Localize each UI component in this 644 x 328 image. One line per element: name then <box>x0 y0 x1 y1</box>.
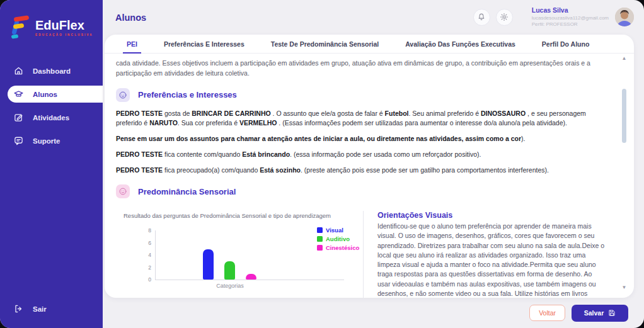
legend-label: Auditivo <box>326 235 350 242</box>
orientacoes-column: Orientações Visuais Identificou-se que o… <box>374 208 607 298</box>
sidebar-item-label: Alunos <box>33 91 57 98</box>
sidebar-item-atividades[interactable]: Atividades <box>0 109 103 126</box>
brand-logo: EduFlex EDUCAÇÃO INCLUSIVA <box>0 0 103 40</box>
sidebar-item-label: Suporte <box>33 137 60 145</box>
voltar-button[interactable]: Voltar <box>529 305 565 321</box>
scroll-up-arrow[interactable]: ▲ <box>621 56 627 61</box>
legend-item: Visual <box>317 227 359 234</box>
home-icon <box>14 66 23 76</box>
legend-item: Auditivo <box>317 235 359 242</box>
pei-paragraph: PEDRO TESTE gosta de BRINCAR DE CARRINHO… <box>116 109 607 129</box>
chat-icon <box>14 136 23 145</box>
edit-icon <box>14 113 23 122</box>
user-role: Perfil: PROFESSOR <box>532 21 609 28</box>
main-area: Alunos Lucas Silva lucasdesouzasilva112@… <box>103 0 644 328</box>
section-preferencias-header: Preferências e Interesses <box>116 88 607 102</box>
save-icon <box>608 309 616 317</box>
user-info[interactable]: Lucas Silva lucasdesouzasilva112@gmail.c… <box>532 6 609 28</box>
sidebar-item-label: Atividades <box>33 114 69 122</box>
chart-bar-cinestésico <box>246 274 256 280</box>
x-axis-label: Categorias <box>192 283 268 289</box>
topbar: Alunos Lucas Silva lucasdesouzasilva112@… <box>103 0 644 35</box>
chart-title: Resultado das perguntas de Predominância… <box>124 212 363 219</box>
bell-icon <box>477 13 486 21</box>
y-axis-tick-label: 6 <box>124 240 151 246</box>
x-axis-line <box>155 280 344 280</box>
chart-bar-auditivo <box>224 261 235 280</box>
gear-icon <box>500 13 509 21</box>
sidebar-item-dashboard[interactable]: Dashboard <box>0 62 103 79</box>
user-name: Lucas Silva <box>532 6 609 15</box>
tab-perfil-do-aluno[interactable]: Perfil Do Aluno <box>529 35 602 53</box>
smiley-icon <box>116 88 130 102</box>
section-predominancia-header: Predominância Sensorial <box>116 184 607 198</box>
y-axis-line <box>155 230 156 280</box>
tab-teste-de-predominancia-sensorial[interactable]: Teste De Predominância Sensorial <box>258 35 392 53</box>
scroll-down-arrow[interactable]: ▼ <box>621 285 627 290</box>
pei-paragraph: PEDRO TESTE fica preocupado(a) com/quand… <box>116 166 607 176</box>
y-axis-tick-label: 8 <box>124 227 151 234</box>
orientacoes-body: Identificou-se que o aluno tem preferênc… <box>377 222 605 298</box>
avatar[interactable] <box>615 8 634 26</box>
legend-label: Visual <box>326 227 343 234</box>
tab-preferencias-e-interesses[interactable]: Preferências E Interesses <box>151 35 258 53</box>
logout-label: Sair <box>33 305 47 313</box>
graduation-cap-icon <box>14 89 23 99</box>
page-title: Alunos <box>115 13 146 23</box>
eduflex-logo-icon <box>11 15 30 40</box>
brand-name: EduFlex <box>35 19 93 31</box>
pei-paragraph: PEDRO TESTE fica contente com/quando Est… <box>116 150 607 160</box>
scrollbar-thumb[interactable] <box>622 89 626 143</box>
tab-bar: PEI Preferências E Interesses Teste De P… <box>105 35 634 54</box>
tab-avaliacao-das-funcoes-executivas[interactable]: Avaliação Das Funções Executivas <box>392 35 529 53</box>
settings-button[interactable] <box>496 9 513 26</box>
logout-icon <box>14 304 23 314</box>
user-email: lucasdesouzasilva112@gmail.com <box>532 15 609 21</box>
salvar-label: Salvar <box>584 309 604 317</box>
sidebar-nav: Dashboard Alunos Atividades Suporte <box>0 59 103 152</box>
legend-swatch <box>317 236 323 242</box>
pei-intro-paragraph: cada atividade. Esses objetivos incluem … <box>116 59 607 79</box>
app-window: EduFlex EDUCAÇÃO INCLUSIVA Dashboard Alu… <box>0 0 644 328</box>
footer-actions: Voltar Salvar <box>103 298 644 328</box>
sidebar-item-suporte[interactable]: Suporte <box>0 132 103 149</box>
sidebar-item-alunos[interactable]: Alunos <box>8 86 103 103</box>
sensory-bar-chart: 02468CategoriasVisualAuditivoCinestésico <box>124 227 363 295</box>
tab-content: cada atividade. Esses objetivos incluem … <box>105 54 634 298</box>
section-title: Predominância Sensorial <box>138 187 236 196</box>
legend-label: Cinestésico <box>326 244 359 251</box>
chart-legend: VisualAuditivoCinestésico <box>317 227 359 253</box>
y-axis-tick-label: 0 <box>124 276 151 283</box>
section-title: Preferências e Interesses <box>138 90 237 99</box>
y-axis-tick-label: 4 <box>124 252 151 258</box>
pei-paragraph: Pense em usar um dos assuntos para chama… <box>116 134 607 144</box>
content-card: PEI Preferências E Interesses Teste De P… <box>105 35 634 298</box>
smiley-icon <box>116 184 130 198</box>
legend-swatch <box>317 245 323 251</box>
sidebar-item-sair[interactable]: Sair <box>0 300 103 317</box>
sensory-chart-column: Resultado das perguntas de Predominância… <box>116 208 363 298</box>
avatar-image <box>615 8 634 26</box>
orientacoes-title: Orientações Visuais <box>377 211 605 220</box>
y-axis-tick-label: 2 <box>124 264 151 271</box>
sidebar: EduFlex EDUCAÇÃO INCLUSIVA Dashboard Alu… <box>0 0 103 328</box>
content-scrollbar[interactable]: ▲ ▼ <box>621 56 627 290</box>
brand-tagline: EDUCAÇÃO INCLUSIVA <box>35 33 93 37</box>
salvar-button[interactable]: Salvar <box>572 305 628 322</box>
legend-item: Cinestésico <box>317 244 359 251</box>
column-divider <box>363 211 364 298</box>
two-column-area: Resultado das perguntas de Predominância… <box>116 208 607 298</box>
tab-pei[interactable]: PEI <box>113 35 151 53</box>
notifications-button[interactable] <box>473 9 490 26</box>
legend-swatch <box>317 227 323 233</box>
sidebar-item-label: Dashboard <box>33 67 71 75</box>
chart-bar-visual <box>203 249 214 280</box>
